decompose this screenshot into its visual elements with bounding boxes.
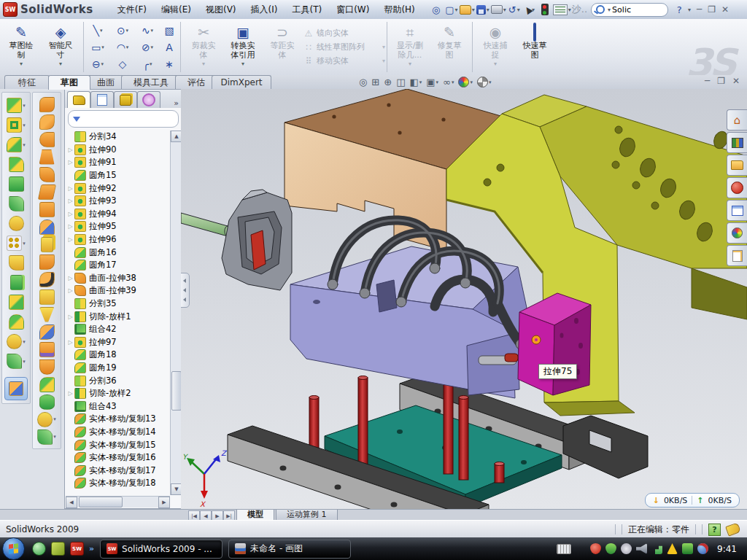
cylinder-button[interactable]	[39, 393, 55, 411]
rapid-sketch-button[interactable]: 快速草图	[515, 21, 554, 73]
scroll-right-icon[interactable]: ▶	[158, 497, 170, 508]
tree-item[interactable]: 实体-移动/复制15	[66, 438, 170, 451]
magenta-block[interactable]	[518, 293, 591, 395]
polygon-tool[interactable]: ◇	[110, 55, 135, 72]
dropdown-icon[interactable]: ▾	[382, 58, 385, 64]
design-library-tab[interactable]	[727, 132, 747, 153]
freeform-button[interactable]	[39, 166, 55, 183]
extruded-boss-button[interactable]: ▾	[7, 96, 26, 115]
tree-item[interactable]: 实体-移动/复制16	[66, 451, 170, 464]
taskbar-task-paint[interactable]: 未命名 - 画图	[228, 540, 351, 559]
menu-insert[interactable]: 插入(I)	[244, 1, 285, 18]
rebuild-button[interactable]	[538, 2, 552, 17]
planar-surface-button[interactable]	[39, 183, 55, 201]
extruded-cut-button[interactable]: ▾	[7, 115, 26, 135]
smart-dimension-button[interactable]: ◈ 智能尺寸 ▾	[41, 21, 80, 73]
messenger-icon[interactable]	[32, 542, 46, 556]
curves-button[interactable]: ▾	[7, 351, 26, 371]
tree-item[interactable]: 圆角19	[66, 362, 170, 375]
magnified-selection-icon[interactable]: ⊕	[384, 77, 392, 88]
split-body-button[interactable]	[39, 306, 55, 323]
arc-tool[interactable]: ◠▾	[110, 39, 135, 55]
close-button[interactable]: ✕	[721, 4, 729, 15]
sketch-button[interactable]: ✎ 草图绘制 ▾	[1, 21, 41, 73]
tree-item[interactable]: 实体-移动/复制18	[66, 477, 170, 490]
view-orientation-icon[interactable]: ▣▾	[426, 77, 438, 88]
antivirus-icon[interactable]	[51, 542, 65, 556]
tree-item[interactable]: ▷切除-放样1	[66, 310, 170, 323]
tab-dimxpert[interactable]: DimXpert	[212, 75, 271, 89]
rib-button[interactable]	[9, 253, 24, 273]
ellipse-tool[interactable]: ⊘▾	[135, 39, 160, 55]
reference-geometry-button[interactable]: ▾	[7, 332, 26, 351]
save-button[interactable]: ▾	[476, 2, 490, 17]
point-tool[interactable]: ∗	[160, 55, 179, 72]
tree-item[interactable]: ▷拉伸90	[66, 144, 170, 157]
doc-close-button[interactable]: ✕	[732, 76, 740, 86]
slot-tool[interactable]: ⊖▾	[85, 55, 110, 72]
warning-icon[interactable]	[667, 543, 678, 554]
model-tab[interactable]: 模型	[236, 510, 274, 521]
appearances-tab[interactable]	[727, 222, 747, 244]
tree-vertical-scrollbar[interactable]: ▲ ▼	[170, 131, 181, 495]
dimxpert-manager-tab[interactable]	[137, 91, 160, 108]
deform-button[interactable]	[39, 358, 55, 376]
display-style-icon[interactable]: ◧▾	[409, 77, 422, 88]
zoom-to-area-icon[interactable]: ⊞	[371, 77, 379, 88]
apply-scene-icon[interactable]: ▾	[477, 77, 492, 88]
hide-show-items-icon[interactable]: ∞▾	[443, 77, 454, 88]
view-palette-tab[interactable]	[727, 200, 747, 221]
tree-item[interactable]: 组合42	[66, 323, 170, 336]
solidworks-toolbox-tab[interactable]	[727, 177, 747, 198]
toolbar-overflow-label[interactable]: 沙..	[572, 2, 587, 17]
menu-file[interactable]: 文件(F)	[111, 1, 153, 18]
taskbar-clock[interactable]: 9:41	[717, 544, 737, 554]
tree-horizontal-scrollbar[interactable]: ◀ ▶	[66, 496, 170, 508]
shell-button[interactable]	[9, 174, 24, 194]
tree-item[interactable]: ▷拉伸93	[66, 195, 170, 208]
security-alert-icon[interactable]	[590, 543, 601, 554]
flex-button[interactable]	[39, 253, 55, 271]
hole-button[interactable]: ▾	[37, 411, 56, 428]
select-button[interactable]: ▲▾	[522, 2, 537, 17]
mirror-entities-button[interactable]: ⚠ 镜向实体	[303, 27, 385, 39]
menu-view[interactable]: 视图(V)	[199, 1, 243, 18]
restore-button[interactable]: ❐	[708, 4, 716, 15]
tree-item[interactable]: ▷切除-放样2	[66, 387, 170, 400]
search-input[interactable]	[611, 4, 654, 15]
menu-window[interactable]: 窗口(W)	[330, 1, 376, 18]
tree-item[interactable]: ▷拉伸94	[66, 208, 170, 221]
doc-minimize-button[interactable]: ─	[705, 76, 710, 86]
certificate-icon[interactable]	[621, 543, 632, 554]
defender-icon[interactable]	[682, 543, 693, 554]
dropdown-icon[interactable]: ▾	[20, 61, 23, 67]
tree-item[interactable]: 实体-移动/复制14	[66, 426, 170, 439]
zoom-to-fit-icon[interactable]: ◎	[359, 77, 367, 88]
indent-button[interactable]	[39, 341, 55, 358]
dropdown-icon[interactable]: ▾	[382, 44, 385, 50]
overflow-chevron-icon[interactable]: »	[89, 544, 94, 553]
draft-button[interactable]	[9, 194, 24, 214]
offset-entities-button[interactable]: ⊃ 等距实体	[263, 21, 302, 73]
panel-splitter-handle[interactable]	[181, 273, 190, 308]
tree-item[interactable]: ▷曲面-拉伸38	[66, 272, 170, 285]
vertical-scroll-thumb[interactable]	[171, 371, 182, 411]
pin-icon[interactable]: ◎	[429, 2, 444, 17]
tree-item[interactable]: 圆角16	[66, 246, 170, 259]
help-dropdown-icon[interactable]: ▾	[688, 7, 691, 13]
swept-boss-button[interactable]	[39, 131, 55, 148]
solidworks-resources-tab[interactable]: ⌂	[727, 109, 747, 131]
circle-tool[interactable]: ⊙▾	[110, 22, 135, 39]
tree-item[interactable]: 分割35	[66, 298, 170, 311]
delete-body-button[interactable]	[39, 271, 55, 288]
sketch-text-tool[interactable]: A	[160, 39, 179, 55]
tree-item[interactable]: ▷拉伸91	[66, 156, 170, 169]
doc-restore-button[interactable]: ❐	[717, 76, 725, 86]
tree-item[interactable]: 圆角18	[66, 349, 170, 362]
menu-tools[interactable]: 工具(T)	[285, 1, 328, 18]
menu-help[interactable]: 帮助(H)	[377, 1, 421, 18]
graphics-viewport[interactable]: Y Z X 拉伸75 ⌂ ↓ 0KB/S ↑ 0KB/S	[181, 89, 747, 509]
tree-item[interactable]: ▷拉伸92	[66, 182, 170, 195]
motion-study-tab[interactable]: 运动算例 1	[276, 510, 338, 521]
keyboard-layout-icon[interactable]	[557, 544, 571, 554]
